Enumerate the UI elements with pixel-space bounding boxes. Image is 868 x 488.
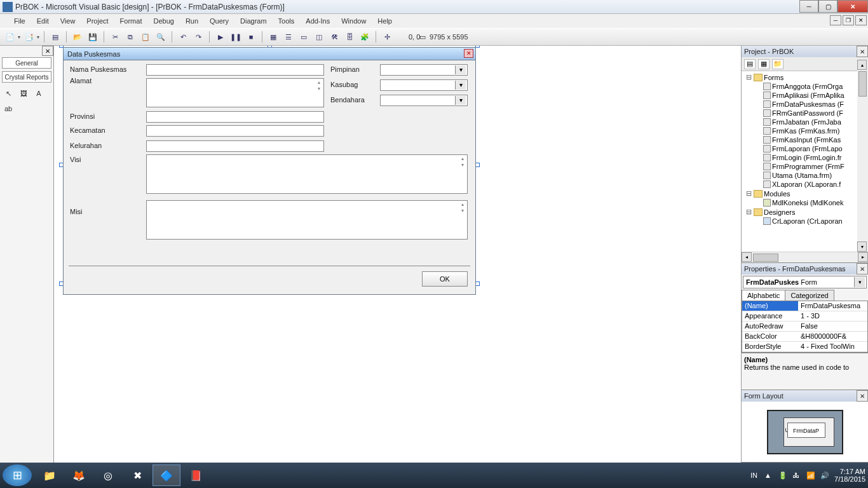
tree-item[interactable]: FrmJabatan (FrmJaba — [772, 118, 841, 126]
input-nama[interactable] — [146, 64, 324, 76]
paste-button[interactable]: 📋 — [139, 30, 152, 43]
window-minimize-button[interactable]: ─ — [799, 0, 818, 13]
prop-name[interactable]: Appearance — [742, 311, 798, 321]
task-pdf[interactable]: 📕 — [182, 464, 210, 486]
input-provinsi[interactable] — [146, 111, 324, 123]
tray-network-icon[interactable]: 🖧 — [792, 471, 801, 479]
menu-format[interactable]: Format — [115, 16, 147, 26]
design-form-close-button[interactable]: ✕ — [464, 49, 473, 58]
open-button[interactable]: 📂 — [71, 30, 84, 43]
properties-object-selector[interactable]: FrmDataPuskes Form — [743, 276, 867, 288]
menu-run[interactable]: Run — [180, 16, 203, 26]
prop-value[interactable]: 1 - 3D — [798, 311, 867, 321]
project-hscrollbar[interactable]: ◂▸ — [742, 252, 868, 262]
label-tool-icon[interactable]: A — [33, 88, 44, 99]
save-button[interactable]: 💾 — [86, 30, 99, 43]
tree-expander[interactable]: ⊟ — [745, 73, 752, 81]
prop-name[interactable]: (Name) — [742, 301, 798, 311]
form-layout-button[interactable]: ▭ — [297, 30, 310, 43]
tray-flag-icon[interactable]: ▲ — [764, 471, 773, 479]
tree-item[interactable]: FrmLogin (FrmLogin.fr — [772, 154, 841, 161]
tree-item[interactable]: FrmKas (FrmKas.frm) — [772, 127, 839, 135]
tree-item[interactable]: FRmGantiPassword (F — [772, 109, 843, 117]
task-xampp[interactable]: ✖ — [123, 464, 151, 486]
textarea-alamat[interactable] — [146, 78, 324, 107]
combo-kasubag[interactable] — [380, 79, 468, 91]
menu-addins[interactable]: Add-Ins — [301, 16, 335, 26]
menu-tools[interactable]: Tools — [273, 16, 300, 26]
tree-item[interactable]: FrmAplikasi (FrmAplika — [772, 92, 844, 99]
prop-name[interactable]: BackColor — [742, 332, 798, 341]
project-explorer-button[interactable]: ▦ — [267, 30, 280, 43]
prop-value[interactable]: False — [798, 322, 867, 331]
tray-battery-icon[interactable]: 🔋 — [778, 471, 787, 480]
cut-button[interactable]: ✂ — [109, 30, 121, 43]
toggle-folders-button[interactable]: 📁 — [772, 59, 783, 69]
project-panel-close-button[interactable]: ✕ — [857, 46, 868, 57]
tree-folder-forms[interactable]: Forms — [764, 74, 783, 81]
tree-item[interactable]: FrmAnggota (FrmOrga — [772, 83, 843, 90]
mdi-close-button[interactable]: ✕ — [855, 15, 867, 25]
prop-name[interactable]: BorderStyle — [742, 342, 798, 351]
combo-pimpinan[interactable] — [380, 64, 468, 76]
properties-tab-categorized[interactable]: Categorized — [785, 290, 834, 301]
task-vb6[interactable]: 🔷 — [153, 464, 180, 486]
design-form-body[interactable]: Nama Puskesmas Alamat Provinsi Kecamatan… — [64, 60, 475, 294]
tree-folder-designers[interactable]: Designers — [764, 208, 796, 216]
menu-edit[interactable]: Edit — [32, 16, 54, 26]
prop-name[interactable]: AutoRedraw — [742, 322, 798, 331]
mdi-minimize-button[interactable]: ─ — [830, 15, 841, 25]
form-designer[interactable]: Data Puskesmas ✕ Nama Puskesmas Alamat P… — [54, 46, 741, 463]
menu-query[interactable]: Query — [205, 16, 234, 26]
tray-clock[interactable]: 7:17 AM 7/18/2015 — [834, 468, 865, 483]
tree-item[interactable]: FrmProgrammer (FrmF — [772, 163, 844, 170]
formlayout-panel-close-button[interactable]: ✕ — [857, 390, 868, 402]
formlayout-form-thumb[interactable]: FrmDataP — [787, 423, 825, 438]
dropdown-arrow-icon[interactable]: ▾ — [37, 34, 39, 40]
task-chrome[interactable]: ◎ — [94, 464, 122, 486]
tree-item[interactable]: MdlKoneksi (MdlKonek — [772, 199, 844, 207]
formlayout-body[interactable]: U FrmDataP — [742, 402, 868, 462]
task-firefox[interactable]: 🦊 — [65, 464, 93, 486]
prop-value[interactable]: 4 - Fixed ToolWin — [798, 342, 867, 351]
window-maximize-button[interactable]: ▢ — [818, 0, 837, 13]
add-form-button[interactable]: 📑 — [23, 30, 36, 43]
ok-button[interactable]: OK — [422, 271, 468, 287]
input-kecamatan[interactable] — [146, 125, 324, 137]
task-explorer[interactable]: 📁 — [36, 464, 64, 486]
menu-debug[interactable]: Debug — [148, 16, 179, 26]
tree-folder-modules[interactable]: Modules — [764, 190, 790, 198]
input-kelurahan[interactable] — [146, 140, 324, 152]
pointer-tool-icon[interactable]: ↖ — [3, 88, 14, 99]
menu-view[interactable]: View — [55, 16, 81, 26]
menu-window[interactable]: Window — [336, 16, 371, 26]
toolbox-close-button[interactable]: ✕ — [42, 46, 53, 56]
project-tree[interactable]: ⊟Forms FrmAnggota (FrmOrga FrmAplikasi (… — [742, 71, 868, 252]
combo-bendahara[interactable] — [380, 95, 468, 106]
design-form[interactable]: Data Puskesmas ✕ Nama Puskesmas Alamat P… — [63, 47, 476, 295]
dropdown-arrow-icon[interactable]: ▾ — [18, 34, 20, 40]
tray-wifi-icon[interactable]: 📶 — [806, 471, 815, 480]
picturebox-tool-icon[interactable]: 🖼 — [18, 88, 29, 99]
properties-tab-alphabetic[interactable]: Alphabetic — [742, 290, 785, 301]
prop-value[interactable]: &H8000000F& — [798, 332, 867, 341]
window-close-button[interactable]: ✕ — [837, 0, 868, 13]
tray-lang[interactable]: IN — [750, 471, 759, 479]
menu-file[interactable]: File — [9, 16, 31, 26]
tree-item[interactable]: FrmDataPuskesmas (F — [772, 100, 844, 108]
toolbox-tab-general[interactable]: General — [2, 57, 51, 69]
tray-volume-icon[interactable]: 🔊 — [820, 471, 829, 480]
tree-expander[interactable]: ⊟ — [745, 208, 752, 216]
add-project-button[interactable]: 📄 — [4, 30, 17, 43]
properties-grid[interactable]: (Name)FrmDataPuskesma Appearance1 - 3D A… — [742, 301, 868, 353]
component-manager-button[interactable]: 🧩 — [358, 30, 371, 43]
tree-item[interactable]: FrmLaporan (FrmLapo — [772, 145, 843, 152]
prop-value[interactable]: FrmDataPuskesma — [798, 301, 867, 311]
end-button[interactable]: ■ — [245, 30, 257, 43]
mdi-restore-button[interactable]: ❐ — [843, 15, 854, 25]
start-button[interactable]: ⊞ — [3, 464, 32, 486]
tree-item[interactable]: XLaporan (XLaporan.f — [772, 180, 841, 188]
textbox-tool-icon[interactable]: ab — [3, 103, 14, 114]
textarea-visi[interactable] — [146, 154, 468, 194]
menu-project[interactable]: Project — [81, 16, 113, 26]
